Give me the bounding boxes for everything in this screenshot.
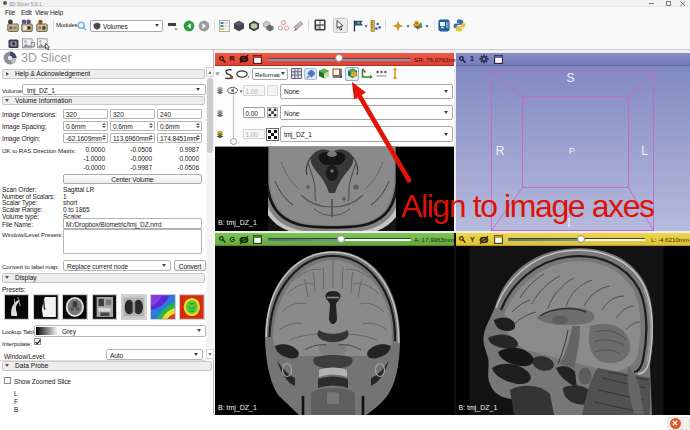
- svg-text:S: S: [566, 71, 574, 85]
- svg-text:R: R: [495, 143, 504, 157]
- svg-text:L: L: [641, 143, 648, 157]
- svg-text:I: I: [567, 215, 570, 229]
- svg-text:P: P: [568, 144, 574, 155]
